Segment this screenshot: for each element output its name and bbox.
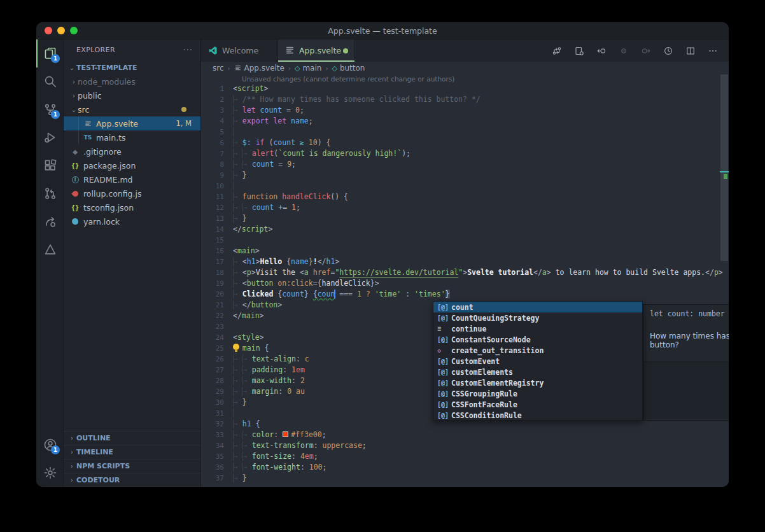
code-line[interactable]: 36→ → font-weight: 100; [201, 462, 729, 473]
code-token: → [233, 452, 242, 461]
code-line[interactable]: 2→ /** How many times has someone clicke… [201, 94, 729, 105]
code-token: → [233, 430, 242, 439]
activity-item-explorer[interactable]: 1 [36, 39, 63, 67]
suggestion-countqueuingstrategy[interactable]: [@]CountQueuingStrategy [433, 312, 642, 323]
code-token: font-weight [252, 463, 300, 472]
code-token: em [305, 452, 314, 461]
explorer-item-yarn-lock[interactable]: yarn.lock [64, 214, 200, 228]
breadcrumb-item[interactable]: src [213, 64, 224, 73]
tab-bar: WelcomeApp.svelte [201, 39, 729, 62]
code-line[interactable]: 35→ → font-size: 4em; [201, 451, 729, 462]
code-token [295, 138, 300, 147]
explorer-item-main-ts[interactable]: TSmain.ts [64, 130, 200, 144]
activity-item-extensions[interactable] [36, 151, 63, 179]
code-line[interactable]: 9→ } [201, 170, 729, 181]
workspace-root-header[interactable]: ⌄ TEST-TEMPLATE [64, 60, 200, 74]
explorer-item-src[interactable]: ⌄src [64, 102, 200, 116]
suggestion-customelementregistry[interactable]: [@]CustomElementRegistry [433, 377, 642, 388]
activity-item-source-control[interactable]: 1 [36, 95, 63, 123]
explorer-item-node-modules[interactable]: ›node_modules [64, 74, 200, 88]
timeline-icon[interactable] [663, 45, 674, 57]
current-change-icon[interactable] [618, 45, 629, 57]
suggestion-customelements[interactable]: [@]customElements [433, 367, 642, 377]
suggestion-create_out_transition[interactable]: ◇create_out_transition [433, 345, 642, 356]
code-line[interactable]: 18→ <p>Visit the <a href="https://svelte… [201, 267, 729, 278]
code-line[interactable]: 5 [201, 127, 729, 137]
sidebar-section-codetour[interactable]: ›CODETOUR [64, 473, 200, 487]
code-token: au [296, 387, 305, 396]
code-line[interactable]: 3→ let count = 0; [201, 105, 729, 116]
activity-item-github-pull-request[interactable] [36, 179, 63, 207]
code-token: → [233, 419, 242, 428]
tab-app-svelte[interactable]: App.svelte [278, 39, 355, 62]
sidebar-section-timeline[interactable]: ›TIMELINE [64, 445, 200, 459]
code-line[interactable]: 17→ <h1>Hello {name}!</h1> [201, 256, 729, 267]
sidebar-more-actions-icon[interactable]: ··· [183, 45, 193, 55]
line-number: 15 [201, 236, 233, 244]
code-line[interactable]: 16<main> [201, 246, 729, 256]
suggestion-count[interactable]: [@]count [433, 302, 642, 312]
suggestion-cssconditionrule[interactable]: [@]CSSConditionRule [433, 410, 642, 421]
more-actions-icon[interactable] [707, 45, 719, 57]
breadcrumb-item[interactable]: App.svelte [244, 64, 284, 73]
activity-item-settings[interactable] [36, 459, 63, 487]
suggestion-continue[interactable]: ≡continue [433, 323, 642, 334]
code-token: < [300, 268, 304, 277]
activity-item-live-share[interactable] [36, 207, 63, 235]
suggestion-customevent[interactable]: [@]CustomEvent [433, 356, 642, 367]
code-line[interactable]: 8→ → count = 9; [201, 159, 729, 170]
code-line[interactable]: 11→ function handleClick() { [201, 192, 729, 202]
open-changes-icon[interactable] [573, 45, 585, 57]
activity-item-azure[interactable] [36, 235, 63, 263]
code-line[interactable]: 6→ $: if (count ≥ 10) { [201, 137, 729, 148]
next-change-icon[interactable] [640, 45, 652, 57]
code-line[interactable]: 34→ → text-transform: uppercase; [201, 440, 729, 451]
explorer-item--gitignore[interactable]: ◆.gitignore [64, 144, 200, 158]
code-editor[interactable]: Unsaved changes (cannot determine recent… [201, 74, 729, 487]
lightbulb-icon[interactable] [232, 344, 241, 353]
azure-icon [43, 242, 57, 256]
explorer-item-public[interactable]: ›public [64, 88, 200, 102]
code-line[interactable]: 12→ → count += 1; [201, 202, 729, 213]
breadcrumb-item[interactable]: button [340, 64, 365, 73]
explorer-item-tsconfig-json[interactable]: {}tsconfig.json [64, 200, 200, 214]
sidebar-section-npm-scripts[interactable]: ›NPM SCRIPTS [64, 459, 200, 473]
line-number: 37 [201, 474, 233, 482]
tab-welcome[interactable]: Welcome [201, 39, 278, 62]
code-line[interactable]: 13→ } [201, 213, 729, 224]
code-line[interactable]: 7→ → alert(`count is dangerously high!`)… [201, 148, 729, 159]
sidebar-section-outline[interactable]: ›OUTLINE [64, 431, 200, 445]
editor-scrollbar[interactable] [720, 74, 729, 487]
code-line[interactable]: 1<script> [201, 83, 729, 94]
activity-item-search[interactable] [36, 67, 63, 95]
activity-item-accounts[interactable]: 1 [36, 431, 63, 459]
code-line[interactable]: 19→ <button on:click={handleClick}> [201, 278, 729, 289]
code-line[interactable]: 37→ } [201, 473, 729, 484]
code-line[interactable]: 20→ Clicked {count} {coun === 1 ? 'time'… [201, 289, 729, 300]
code-line[interactable]: 4→ export let name; [201, 116, 729, 127]
explorer-item-app-svelte[interactable]: App.svelte1, M [64, 116, 200, 130]
suggestion-cssfontfacerule[interactable]: [@]CSSFontFaceRule [433, 399, 642, 410]
code-line[interactable]: 15 [201, 235, 729, 246]
compare-changes-icon[interactable] [551, 45, 563, 57]
section-label: NPM SCRIPTS [76, 462, 130, 470]
code-line[interactable]: 10 [201, 181, 729, 192]
activity-item-run-debug[interactable] [36, 123, 63, 151]
code-line[interactable]: 33→ → color: #ff3e00; [201, 430, 729, 440]
svelte-icon [234, 64, 242, 72]
title-bar[interactable]: App.svelte — test-template [36, 22, 729, 39]
suggestion-cssgroupingrule[interactable]: [@]CSSGroupingRule [433, 388, 642, 399]
scrollbar-thumb[interactable] [720, 74, 728, 261]
code-token: > [547, 268, 556, 277]
unsaved-dot-icon[interactable] [343, 48, 348, 53]
code-line[interactable]: 14</script> [201, 224, 729, 235]
codelens-annotation[interactable]: Unsaved changes (cannot determine recent… [242, 75, 454, 83]
explorer-item-package-json[interactable]: {}package.json [64, 158, 200, 172]
split-editor-icon[interactable] [685, 45, 696, 57]
explorer-item-rollup-config-js[interactable]: rollup.config.js [64, 186, 200, 200]
breadcrumb[interactable]: src›App.svelte›◇main›◇button [201, 62, 729, 74]
explorer-item-readme-md[interactable]: iREADME.md [64, 172, 200, 186]
previous-change-icon[interactable] [596, 45, 607, 57]
breadcrumb-item[interactable]: main [302, 64, 321, 73]
suggestion-constantsourcenode[interactable]: [@]ConstantSourceNode [433, 334, 642, 345]
